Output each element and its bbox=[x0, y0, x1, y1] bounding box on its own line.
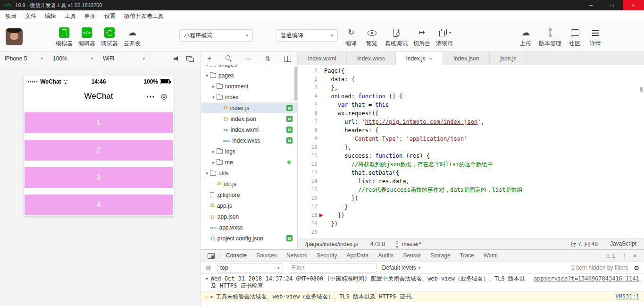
menu-item-tools[interactable]: 工具 bbox=[60, 10, 80, 22]
zoom-select[interactable]: 100% ▾ bbox=[48, 52, 98, 65]
warning-indicator[interactable]: ⚠ 1 bbox=[606, 253, 615, 259]
menu-item-project[interactable]: 项目 bbox=[1, 10, 21, 22]
remote-debug-button[interactable]: 真机调试 bbox=[382, 27, 410, 48]
tree-file-index.wxml[interactable]: <>index.wxmlM bbox=[201, 124, 297, 135]
line-number[interactable]: 17 bbox=[298, 203, 324, 211]
devtools-tab-sensor[interactable]: Sensor bbox=[399, 250, 426, 262]
context-select[interactable]: top ▾ bbox=[217, 264, 283, 272]
inspect-device-icon[interactable] bbox=[207, 252, 216, 259]
line-number[interactable]: 11 bbox=[298, 152, 324, 160]
devtools-tab-audits[interactable]: Audits bbox=[373, 250, 398, 262]
minimize-button[interactable]: ─ bbox=[580, 0, 602, 10]
tree-file-index.js[interactable]: JSindex.jsM bbox=[201, 102, 297, 113]
speaker-icon[interactable] bbox=[173, 55, 180, 62]
clear-console-icon[interactable]: ⊘ bbox=[206, 264, 211, 272]
split-editor-icon[interactable] bbox=[284, 55, 291, 62]
tree-file-project.config.json[interactable]: {}project.config.jsonM bbox=[201, 233, 297, 244]
close-capsule-icon[interactable]: ◎ bbox=[161, 92, 167, 101]
sort-icon[interactable]: ⇅ bbox=[265, 55, 271, 62]
tree-folder-me[interactable]: ▸me bbox=[201, 157, 297, 168]
chevron-right-icon[interactable]: ▶ bbox=[211, 295, 213, 299]
line-number[interactable]: 13 bbox=[298, 169, 324, 177]
devtools-tab-security[interactable]: Security bbox=[312, 250, 342, 262]
project-mode-select[interactable]: 小程序模式 ▾ bbox=[179, 29, 253, 42]
cloud-dev-button[interactable]: 云开发 bbox=[121, 27, 143, 48]
list-item-2[interactable]: 2 bbox=[25, 140, 173, 161]
devtools-tab-wxml[interactable]: Wxml bbox=[479, 250, 502, 262]
switch-background-button[interactable]: 切后台 bbox=[410, 27, 433, 48]
console-filter-input[interactable] bbox=[289, 264, 376, 272]
detach-window-icon[interactable] bbox=[186, 55, 194, 62]
line-number[interactable]: 14 bbox=[298, 177, 324, 186]
editor-tab-index.js[interactable]: index.js× bbox=[396, 52, 443, 65]
line-number[interactable]: 18 bbox=[298, 211, 324, 220]
list-item-1[interactable]: 1 bbox=[25, 112, 173, 133]
compile-button[interactable]: 编译 bbox=[341, 27, 361, 48]
console-source-link[interactable]: appservice?t=1540967843416:1141 bbox=[534, 275, 639, 282]
menu-item-interface[interactable]: 界面 bbox=[80, 10, 100, 22]
compile-mode-select[interactable]: 普通编译 ▾ bbox=[276, 29, 338, 42]
line-number[interactable]: 10 bbox=[298, 143, 324, 152]
community-button[interactable]: 社区 bbox=[564, 27, 585, 48]
preview-button[interactable]: 预览 bbox=[361, 27, 382, 48]
line-number[interactable]: 6 bbox=[298, 109, 324, 118]
kebab-menu-icon[interactable]: ⋮ bbox=[621, 252, 627, 259]
close-tab-icon[interactable]: × bbox=[429, 55, 433, 62]
menu-item-edit[interactable]: 编辑 bbox=[41, 10, 60, 22]
tree-file-index.wxss[interactable]: wxssindex.wxssM bbox=[201, 135, 297, 146]
network-select[interactable]: WiFi ▾ bbox=[98, 52, 150, 65]
log-levels-select[interactable]: Default levels ▾ bbox=[382, 264, 421, 271]
line-number[interactable]: 12 bbox=[298, 160, 324, 169]
close-button[interactable]: × bbox=[623, 0, 644, 10]
tree-folder-comment[interactable]: ▸comment bbox=[201, 81, 297, 92]
user-avatar[interactable] bbox=[6, 28, 23, 45]
menu-dots-icon[interactable]: ●●● bbox=[146, 95, 155, 98]
editor-scrollbar-thumb[interactable] bbox=[640, 87, 643, 92]
line-number[interactable]: 5 bbox=[298, 101, 324, 109]
tree-file-index.json[interactable]: {}index.jsonM bbox=[201, 113, 297, 124]
devtools-tab-sources[interactable]: Sources bbox=[251, 250, 282, 262]
line-number[interactable]: 16 bbox=[298, 194, 324, 203]
menu-item-wechat-devtools[interactable]: 微信开发者工具 bbox=[120, 10, 168, 22]
line-number[interactable]: 8 bbox=[298, 126, 324, 135]
devtools-tab-appdata[interactable]: AppData bbox=[342, 250, 373, 262]
line-number[interactable]: 1 bbox=[298, 67, 324, 75]
console-source-link[interactable]: VM531:1 bbox=[615, 293, 639, 300]
tree-file-app.js[interactable]: JSapp.js bbox=[201, 200, 297, 211]
menu-item-settings[interactable]: 设置 bbox=[100, 10, 120, 22]
editor-tab-index.wxss[interactable]: index.wxss bbox=[347, 52, 396, 65]
editor-button[interactable]: 编辑器 bbox=[75, 27, 98, 48]
devtools-tab-console[interactable]: Console bbox=[221, 250, 251, 262]
chevron-down-icon[interactable]: ▼ bbox=[206, 277, 208, 281]
device-select[interactable]: iPhone 5 ▾ bbox=[0, 52, 48, 65]
tree-folder-images[interactable]: ▾images bbox=[201, 65, 297, 70]
line-number[interactable]: 7 bbox=[298, 118, 324, 126]
devtools-tab-storage[interactable]: Storage bbox=[426, 250, 455, 262]
list-item-3[interactable]: 3 bbox=[25, 167, 173, 188]
menu-item-file[interactable]: 文件 bbox=[21, 10, 41, 22]
maximize-button[interactable]: □ bbox=[602, 0, 623, 10]
simulator-button[interactable]: 模拟器 bbox=[53, 27, 75, 48]
line-number[interactable]: 4 bbox=[298, 92, 324, 101]
line-number[interactable]: 20 bbox=[298, 228, 324, 237]
more-icon[interactable]: ··· bbox=[245, 55, 252, 62]
git-branch[interactable]: master* bbox=[395, 241, 421, 247]
version-button[interactable]: 版本管理 bbox=[536, 27, 564, 48]
line-number[interactable]: 15 bbox=[298, 186, 324, 194]
line-number[interactable]: 2 bbox=[298, 75, 324, 84]
tree-file-util.js[interactable]: JSutil.js bbox=[201, 178, 297, 189]
tree-folder-pages[interactable]: ▾pages bbox=[201, 70, 297, 81]
tree-file-app.wxss[interactable]: wxssapp.wxss bbox=[201, 222, 297, 233]
tree-file-app.json[interactable]: {}app.json bbox=[201, 211, 297, 222]
devtools-tab-network[interactable]: Network bbox=[282, 250, 312, 262]
editor-tab-index.wxml[interactable]: index.wxml bbox=[298, 52, 347, 65]
tree-folder-index[interactable]: ▾index bbox=[201, 92, 297, 102]
upload-button[interactable]: 上传 bbox=[515, 27, 536, 48]
line-number[interactable]: 9 bbox=[298, 135, 324, 143]
editor-tab-json.js[interactable]: json.js bbox=[490, 52, 527, 65]
search-icon[interactable] bbox=[225, 55, 232, 62]
code-editor[interactable]: 1234567891011121314151617181920 Page({ d… bbox=[297, 65, 644, 238]
tree-folder-utils[interactable]: ▾utils bbox=[201, 168, 297, 178]
add-file-icon[interactable]: + bbox=[207, 55, 211, 62]
details-button[interactable]: 详情 bbox=[585, 27, 606, 48]
